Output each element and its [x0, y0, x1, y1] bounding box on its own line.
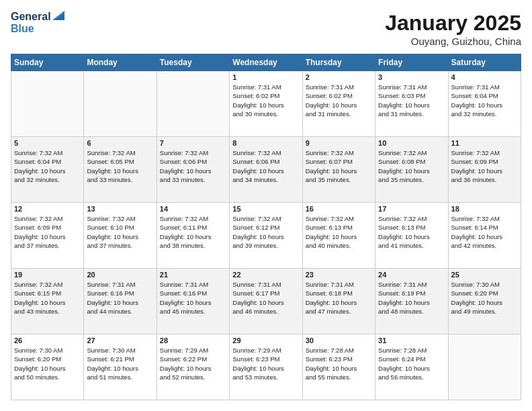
day-info: Sunrise: 7:32 AM Sunset: 6:06 PM Dayligh…: [160, 148, 226, 184]
table-cell: [448, 334, 521, 400]
day-number: 28: [160, 336, 226, 345]
col-thursday: Thursday: [302, 54, 375, 71]
day-info: Sunrise: 7:31 AM Sunset: 6:04 PM Dayligh…: [451, 83, 518, 118]
day-number: 21: [160, 271, 226, 279]
day-number: 6: [87, 139, 153, 147]
col-wednesday: Wednesday: [230, 54, 302, 71]
table-cell: 30Sunrise: 7:28 AM Sunset: 6:23 PM Dayli…: [302, 334, 375, 400]
calendar-header-row: Sunday Monday Tuesday Wednesday Thursday…: [11, 54, 521, 71]
table-cell: 17Sunrise: 7:32 AM Sunset: 6:13 PM Dayli…: [375, 203, 448, 269]
day-number: 1: [232, 73, 299, 81]
table-cell: 4Sunrise: 7:31 AM Sunset: 6:04 PM Daylig…: [448, 71, 521, 137]
day-number: 16: [306, 205, 372, 213]
day-info: Sunrise: 7:32 AM Sunset: 6:06 PM Dayligh…: [232, 148, 299, 184]
day-info: Sunrise: 7:32 AM Sunset: 6:13 PM Dayligh…: [378, 214, 445, 250]
table-cell: 29Sunrise: 7:29 AM Sunset: 6:23 PM Dayli…: [230, 334, 302, 400]
table-cell: 9Sunrise: 7:32 AM Sunset: 6:07 PM Daylig…: [302, 137, 375, 203]
day-info: Sunrise: 7:32 AM Sunset: 6:13 PM Dayligh…: [306, 214, 372, 250]
calendar-body: 1Sunrise: 7:31 AM Sunset: 6:02 PM Daylig…: [11, 71, 521, 400]
table-cell: 24Sunrise: 7:31 AM Sunset: 6:19 PM Dayli…: [375, 269, 448, 334]
day-info: Sunrise: 7:32 AM Sunset: 6:14 PM Dayligh…: [451, 214, 518, 250]
table-cell: 3Sunrise: 7:31 AM Sunset: 6:03 PM Daylig…: [375, 71, 448, 137]
day-info: Sunrise: 7:28 AM Sunset: 6:24 PM Dayligh…: [378, 346, 445, 381]
table-cell: 14Sunrise: 7:32 AM Sunset: 6:11 PM Dayli…: [157, 203, 229, 269]
calendar-week-1: 1Sunrise: 7:31 AM Sunset: 6:02 PM Daylig…: [11, 71, 521, 137]
day-number: 4: [451, 73, 518, 81]
table-cell: [84, 71, 157, 137]
day-info: Sunrise: 7:31 AM Sunset: 6:18 PM Dayligh…: [306, 280, 372, 316]
table-cell: 26Sunrise: 7:30 AM Sunset: 6:20 PM Dayli…: [11, 334, 84, 400]
day-number: 14: [160, 205, 226, 213]
day-info: Sunrise: 7:31 AM Sunset: 6:02 PM Dayligh…: [232, 83, 299, 118]
day-info: Sunrise: 7:31 AM Sunset: 6:03 PM Dayligh…: [378, 83, 445, 118]
day-number: 9: [306, 139, 372, 147]
day-number: 12: [14, 205, 81, 213]
table-cell: 21Sunrise: 7:31 AM Sunset: 6:16 PM Dayli…: [157, 269, 229, 334]
table-cell: 10Sunrise: 7:32 AM Sunset: 6:08 PM Dayli…: [375, 137, 448, 203]
table-cell: 22Sunrise: 7:31 AM Sunset: 6:17 PM Dayli…: [230, 269, 302, 334]
day-info: Sunrise: 7:28 AM Sunset: 6:23 PM Dayligh…: [306, 346, 372, 381]
page: General Blue January 2025 Ouyang, Guizho…: [0, 0, 532, 411]
col-saturday: Saturday: [448, 54, 521, 71]
day-number: 23: [306, 271, 372, 279]
day-info: Sunrise: 7:29 AM Sunset: 6:23 PM Dayligh…: [232, 346, 299, 381]
day-info: Sunrise: 7:32 AM Sunset: 6:12 PM Dayligh…: [232, 214, 299, 250]
table-cell: 8Sunrise: 7:32 AM Sunset: 6:06 PM Daylig…: [230, 137, 302, 203]
day-number: 30: [306, 336, 372, 345]
day-number: 29: [232, 336, 299, 345]
day-number: 17: [378, 205, 445, 213]
day-info: Sunrise: 7:32 AM Sunset: 6:09 PM Dayligh…: [14, 214, 81, 250]
table-cell: 20Sunrise: 7:31 AM Sunset: 6:16 PM Dayli…: [84, 269, 157, 334]
table-cell: 28Sunrise: 7:29 AM Sunset: 6:22 PM Dayli…: [157, 334, 229, 400]
table-cell: 1Sunrise: 7:31 AM Sunset: 6:02 PM Daylig…: [230, 71, 302, 137]
day-number: 2: [306, 73, 372, 81]
day-number: 13: [87, 205, 153, 213]
day-info: Sunrise: 7:29 AM Sunset: 6:22 PM Dayligh…: [160, 346, 226, 381]
day-number: 24: [378, 271, 445, 279]
day-number: 5: [14, 139, 81, 147]
col-tuesday: Tuesday: [157, 54, 229, 71]
col-sunday: Sunday: [11, 54, 84, 71]
calendar-week-5: 26Sunrise: 7:30 AM Sunset: 6:20 PM Dayli…: [11, 334, 521, 400]
day-info: Sunrise: 7:30 AM Sunset: 6:21 PM Dayligh…: [87, 346, 153, 381]
table-cell: 16Sunrise: 7:32 AM Sunset: 6:13 PM Dayli…: [302, 203, 375, 269]
table-cell: 25Sunrise: 7:30 AM Sunset: 6:20 PM Dayli…: [448, 269, 521, 334]
day-number: 8: [232, 139, 299, 147]
day-number: 18: [451, 205, 518, 213]
table-cell: [157, 71, 229, 137]
day-number: 20: [87, 271, 153, 279]
table-cell: 23Sunrise: 7:31 AM Sunset: 6:18 PM Dayli…: [302, 269, 375, 334]
day-number: 27: [87, 336, 153, 345]
day-number: 11: [451, 139, 518, 147]
day-info: Sunrise: 7:32 AM Sunset: 6:08 PM Dayligh…: [378, 148, 445, 184]
table-cell: 19Sunrise: 7:32 AM Sunset: 6:15 PM Dayli…: [11, 269, 84, 334]
day-info: Sunrise: 7:30 AM Sunset: 6:20 PM Dayligh…: [14, 346, 81, 381]
table-cell: 12Sunrise: 7:32 AM Sunset: 6:09 PM Dayli…: [11, 203, 84, 269]
day-number: 22: [232, 271, 299, 279]
table-cell: 11Sunrise: 7:32 AM Sunset: 6:09 PM Dayli…: [448, 137, 521, 203]
day-number: 3: [378, 73, 445, 81]
day-info: Sunrise: 7:32 AM Sunset: 6:09 PM Dayligh…: [451, 148, 518, 184]
col-monday: Monday: [84, 54, 157, 71]
table-cell: 7Sunrise: 7:32 AM Sunset: 6:06 PM Daylig…: [157, 137, 229, 203]
day-info: Sunrise: 7:31 AM Sunset: 6:16 PM Dayligh…: [160, 280, 226, 316]
day-info: Sunrise: 7:31 AM Sunset: 6:16 PM Dayligh…: [87, 280, 153, 316]
day-number: 26: [14, 336, 81, 345]
day-number: 31: [378, 336, 445, 345]
table-cell: 18Sunrise: 7:32 AM Sunset: 6:14 PM Dayli…: [448, 203, 521, 269]
day-info: Sunrise: 7:32 AM Sunset: 6:05 PM Dayligh…: [87, 148, 153, 184]
calendar-week-2: 5Sunrise: 7:32 AM Sunset: 6:04 PM Daylig…: [11, 137, 521, 203]
day-info: Sunrise: 7:30 AM Sunset: 6:20 PM Dayligh…: [451, 280, 518, 316]
logo: General Blue: [11, 11, 51, 34]
calendar-week-4: 19Sunrise: 7:32 AM Sunset: 6:15 PM Dayli…: [11, 269, 521, 334]
day-info: Sunrise: 7:32 AM Sunset: 6:11 PM Dayligh…: [160, 214, 226, 250]
day-number: 15: [232, 205, 299, 213]
header: General Blue January 2025 Ouyang, Guizho…: [11, 11, 521, 47]
table-cell: 2Sunrise: 7:31 AM Sunset: 6:02 PM Daylig…: [302, 71, 375, 137]
table-cell: 31Sunrise: 7:28 AM Sunset: 6:24 PM Dayli…: [375, 334, 448, 400]
month-title: January 2025: [385, 11, 521, 36]
table-cell: 15Sunrise: 7:32 AM Sunset: 6:12 PM Dayli…: [230, 203, 302, 269]
day-info: Sunrise: 7:32 AM Sunset: 6:07 PM Dayligh…: [306, 148, 372, 184]
day-info: Sunrise: 7:31 AM Sunset: 6:19 PM Dayligh…: [378, 280, 445, 316]
day-number: 7: [160, 139, 226, 147]
